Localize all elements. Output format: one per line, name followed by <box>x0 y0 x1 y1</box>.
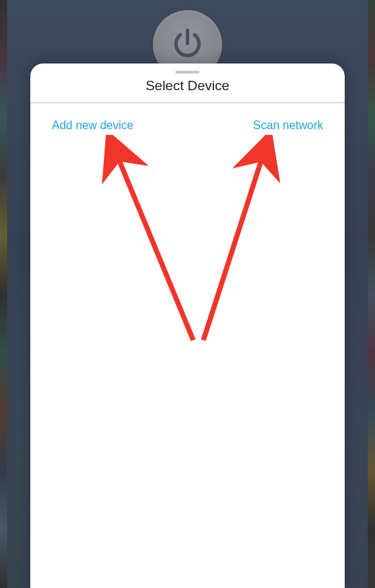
sheet-title: Select Device <box>30 78 345 102</box>
select-device-sheet: Select Device Add new device Scan networ… <box>30 63 345 588</box>
add-new-device-button[interactable]: Add new device <box>50 116 135 135</box>
sheet-grab-handle[interactable] <box>175 71 200 74</box>
sheet-body <box>30 135 345 588</box>
svg-line-0 <box>114 148 193 341</box>
sheet-actions-row: Add new device Scan network <box>30 103 345 135</box>
scan-network-button[interactable]: Scan network <box>252 116 325 135</box>
svg-line-1 <box>203 148 265 341</box>
annotation-arrows <box>30 135 345 588</box>
